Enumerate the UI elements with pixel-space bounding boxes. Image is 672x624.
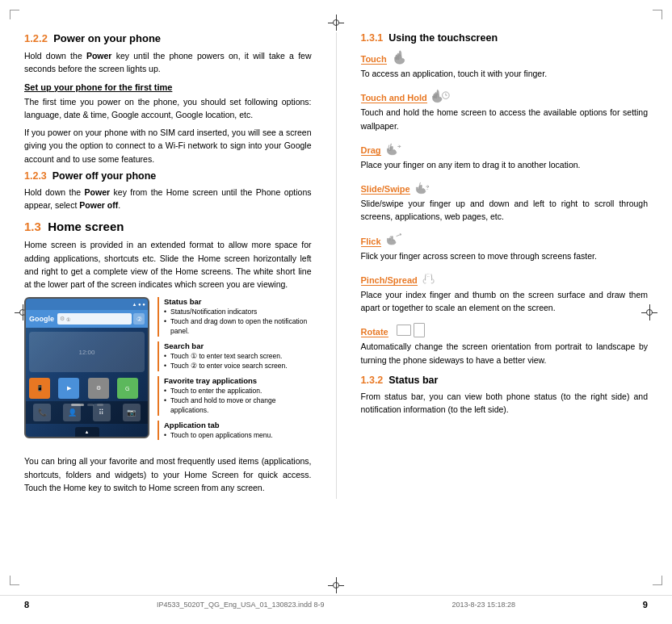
gesture-flick-body: Flick your finger across screen to move … <box>361 249 649 262</box>
tray-icon-contacts: 👤 <box>63 404 81 421</box>
section-num-1-3: 1.3 <box>24 220 41 233</box>
gesture-touch: Touch To access an application, touch it… <box>361 48 649 80</box>
gesture-slide: Slide/Swipe Slide/swipe your finger up a… <box>361 178 649 224</box>
section-1-3-body-bottom: You can bring all your favorite and most… <box>24 454 312 494</box>
section-1-3-title: Home screen <box>48 220 124 233</box>
section-1-3-2-body: From status bar, you can view both phone… <box>361 390 649 417</box>
setup-body2: If you power on your phone with no SIM c… <box>24 126 312 165</box>
ann-status-bar-item-2: Touch and drag down to open the notifica… <box>164 317 312 337</box>
crosshair-right <box>641 304 657 320</box>
crosshair-bottom <box>328 577 344 593</box>
widget-placeholder: 12:00 <box>29 332 145 372</box>
annotations-wrapper: Status bar Status/Notification indicator… <box>153 297 312 445</box>
ann-search-bar-item-2: Touch ② to enter voice search screen. <box>164 362 312 371</box>
ann-favorites-item-1: Touch to enter the application. <box>164 387 312 396</box>
section-1-3-heading: 1.3 Home screen <box>24 220 312 233</box>
ann-status-bar-title: Status bar <box>164 297 312 306</box>
ann-favorites-item-2: Touch and hold to move or change applica… <box>164 396 312 416</box>
landscape-rect <box>414 323 425 337</box>
gesture-pinch-heading-row: Pinch/Spread <box>361 269 649 288</box>
corner-tl <box>10 10 19 19</box>
corner-br <box>653 576 662 585</box>
google-bar: Google ⚙ ① ② <box>26 310 148 328</box>
setup-body1: The first time you power on the phone, y… <box>24 95 312 122</box>
section-1-3-body: Home screen is provided in an extended f… <box>24 238 312 291</box>
app-icons-grid: 📱 ▶ ⚙ G <box>26 376 148 400</box>
section-1-3-2-title: Status bar <box>388 375 438 386</box>
rotate-icons <box>397 323 425 337</box>
setup-subheading: Set up your phone for the first time <box>24 82 312 92</box>
bottom-tray: 📞 👤 ⠿ 📷 <box>26 401 148 424</box>
app-icon-4: G <box>117 378 138 399</box>
tray-icon-camera: 📷 <box>123 404 141 421</box>
section-1-3-1-heading: 1.3.1 Using the touchscreen <box>361 32 649 44</box>
ann-status-bar-item-1: Status/Notification indicators <box>164 308 312 317</box>
ann-app-tab-body: Touch to open applications menu. <box>164 431 312 441</box>
gesture-touch-name: Touch <box>361 54 387 65</box>
section-num-1-3-1: 1.3.1 <box>361 32 384 44</box>
ann-status-bar: Status bar Status/Notification indicator… <box>158 297 312 337</box>
app-icon-3: ⚙ <box>88 378 109 399</box>
pinch-icon <box>421 270 440 287</box>
section-1-2-2-body1: Hold down the Power key until the phone … <box>24 49 312 76</box>
section-num-1-3-2: 1.3.2 <box>361 375 384 386</box>
phone-screen-inner: ▲ ● ● Google ⚙ ① ② <box>26 299 148 437</box>
google-logo: Google <box>29 315 54 323</box>
gesture-drag-heading-row: Drag <box>361 139 649 158</box>
gesture-flick-heading-row: Flick <box>361 230 649 249</box>
gesture-pinch: Pinch/Spread Place your index finger and… <box>361 269 649 315</box>
google-search-box: ⚙ ① <box>57 313 132 325</box>
gesture-rotate-heading-row: Rotate <box>361 320 649 340</box>
gesture-flick-name: Flick <box>361 237 381 247</box>
section-1-2-2-heading: 1.2.2 Power on your phone <box>24 32 312 44</box>
footer-date: 2013-8-23 15:18:28 <box>452 601 515 609</box>
ann-search-bar-item-1: Touch ① to enter text search screen. <box>164 352 312 362</box>
right-column: 1.3.1 Using the touchscreen Touch To acc… <box>361 32 649 499</box>
section-num-1-2-2: 1.2.2 <box>24 32 48 44</box>
gesture-slide-heading-row: Slide/Swipe <box>361 178 649 197</box>
phone-diagram-area: ▲ ● ● Google ⚙ ① ② <box>24 297 312 445</box>
ann-search-bar: Search bar Touch ① to enter text search … <box>158 341 312 371</box>
corner-tr <box>653 10 662 19</box>
gesture-touch-hold: Touch and Hold Touch and hold the home s… <box>361 86 649 132</box>
section-num-1-2-3: 1.2.3 <box>24 170 47 182</box>
ann-favorites-title: Favorite tray applications <box>164 376 312 385</box>
section-1-3-2-heading: 1.3.2 Status bar <box>361 375 649 386</box>
ann-app-tab: Application tab Touch to open applicatio… <box>158 421 312 441</box>
page-container: 1.2.2 Power on your phone Hold down the … <box>0 0 672 624</box>
page-num-right: 9 <box>643 600 648 609</box>
crosshair-top <box>328 15 344 31</box>
gesture-flick: Flick Flick your finger across screen to… <box>361 230 649 262</box>
gesture-touch-heading-row: Touch <box>361 48 649 67</box>
gesture-drag: Drag Place your finger on any item to dr… <box>361 139 649 171</box>
ann-search-bar-body: Touch ① to enter text search screen. Tou… <box>164 352 312 371</box>
section-1-2-2-title: Power on your phone <box>53 32 161 44</box>
app-tab: ▲ <box>75 427 99 437</box>
section-1-2-3-title: Power off your phone <box>52 170 156 182</box>
gesture-slide-body: Slide/swipe your finger up and down and … <box>361 197 649 224</box>
gesture-rotate-name: Rotate <box>361 327 388 337</box>
drag-icon <box>384 140 404 157</box>
touch-hold-icon <box>430 88 450 104</box>
gesture-pinch-body: Place your index finger and thumb on the… <box>361 288 649 315</box>
gesture-pinch-name: Pinch/Spread <box>361 275 418 286</box>
left-column: 1.2.2 Power on your phone Hold down the … <box>24 32 312 499</box>
gesture-touch-hold-name: Touch and Hold <box>361 93 427 103</box>
section-1-2-3-heading: 1.2.3 Power off your phone <box>24 170 312 182</box>
tray-icon-phone: 📞 <box>33 404 51 421</box>
page-num-left: 8 <box>24 600 29 609</box>
ann-app-tab-item-1: Touch to open applications menu. <box>164 431 312 441</box>
gesture-touch-body: To access an application, touch it with … <box>361 67 649 80</box>
portrait-rect <box>397 325 411 336</box>
gesture-slide-name: Slide/Swipe <box>361 184 410 195</box>
gesture-rotate: Rotate Automatically change the screen o… <box>361 320 649 366</box>
app-icon-2: ▶ <box>58 378 79 399</box>
section-1-2-3-body: Hold down the Power key from the Home sc… <box>24 186 312 212</box>
gesture-touch-hold-body: Touch and hold the home screen to access… <box>361 106 649 132</box>
ann-favorites-body: Touch to enter the application. Touch an… <box>164 387 312 416</box>
gesture-touch-hold-heading-row: Touch and Hold <box>361 86 649 106</box>
phone-wrapper: ▲ ● ● Google ⚙ ① ② <box>24 297 149 445</box>
touch-icon <box>390 49 410 65</box>
phone-screen: ▲ ● ● Google ⚙ ① ② <box>24 297 149 438</box>
column-divider <box>336 32 337 499</box>
